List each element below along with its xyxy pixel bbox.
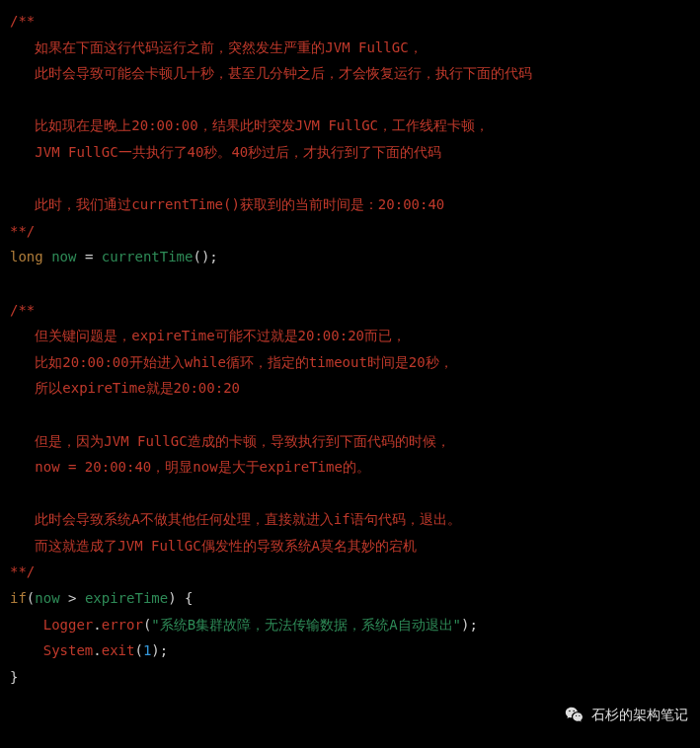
- obj-system: System: [43, 642, 94, 658]
- method-exit: exit: [102, 642, 135, 658]
- equals: =: [76, 249, 101, 264]
- var-now: now: [51, 249, 76, 264]
- comment-line: 此时会导致系统A不做其他任何处理，直接就进入if语句代码，退出。: [10, 511, 461, 527]
- paren-close-semi: );: [151, 642, 168, 658]
- comment-line: 此时，我们通过currentTime()获取到的当前时间是：20:00:40: [10, 196, 444, 212]
- comment-line: 比如20:00:00开始进入while循环，指定的timeout时间是20秒，: [10, 354, 453, 370]
- indent: [10, 617, 43, 633]
- wechat-icon: [564, 705, 585, 726]
- comment-line: 此时会导致可能会卡顿几十秒，甚至几分钟之后，才会恢复运行，执行下面的代码: [10, 65, 532, 81]
- indent: [10, 642, 43, 658]
- paren-close-brace: ) {: [168, 590, 193, 606]
- call-tail: ();: [193, 249, 217, 264]
- paren-open: (: [134, 642, 142, 658]
- dot: .: [93, 642, 101, 658]
- comment-line: 如果在下面这行代码运行之前，突然发生严重的JVM FullGC，: [10, 39, 423, 55]
- comment-line: 但关键问题是，expireTime可能不过就是20:00:20而已，: [10, 328, 406, 343]
- var-now: now: [35, 590, 59, 606]
- op-gt: >: [60, 590, 85, 606]
- comment-line: 比如现在是晚上20:00:00，结果此时突发JVM FullGC，工作线程卡顿，: [10, 117, 489, 133]
- comment-open: /**: [10, 302, 35, 318]
- dot: .: [93, 617, 101, 633]
- comment-line: 所以expireTime就是20:00:20: [10, 380, 240, 396]
- comment-line: now = 20:00:40，明显now是大于expireTime的。: [10, 459, 370, 475]
- comment-line: 而这就造成了JVM FullGC偶发性的导致系统A莫名其妙的宕机: [10, 538, 417, 554]
- obj-logger: Logger: [43, 617, 94, 633]
- comment-line: JVM FullGC一共执行了40秒。40秒过后，才执行到了下面的代码: [10, 144, 441, 160]
- brace-close: }: [10, 669, 18, 685]
- fn-currentTime: currentTime: [102, 249, 194, 264]
- comment-close: **/: [10, 223, 35, 239]
- keyword-if: if: [10, 590, 27, 606]
- method-error: error: [102, 617, 143, 633]
- watermark-text: 石杉的架构笔记: [591, 702, 688, 728]
- comment-close: **/: [10, 563, 35, 579]
- keyword-long: long: [10, 249, 43, 264]
- var-expireTime: expireTime: [85, 590, 168, 606]
- watermark: 石杉的架构笔记: [564, 702, 688, 728]
- comment-open: /**: [10, 13, 35, 29]
- paren-close-semi: );: [461, 617, 478, 633]
- string-literal: "系统B集群故障，无法传输数据，系统A自动退出": [151, 617, 461, 633]
- code-block: /** 如果在下面这行代码运行之前，突然发生严重的JVM FullGC， 此时会…: [0, 0, 700, 698]
- comment-line: 但是，因为JVM FullGC造成的卡顿，导致执行到下面代码的时候，: [10, 433, 450, 449]
